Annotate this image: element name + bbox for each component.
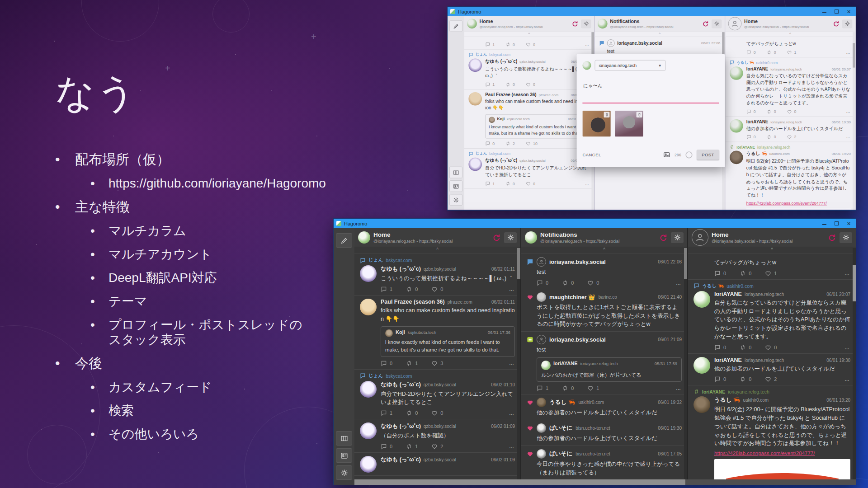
reply-count-button[interactable]: 1 <box>485 181 495 186</box>
columns-button[interactable] <box>449 167 462 178</box>
avatar[interactable] <box>537 335 546 344</box>
like-count-button[interactable]: 10 <box>526 141 538 146</box>
like-count-button[interactable]: 3 <box>431 360 443 366</box>
compose-button[interactable] <box>449 20 462 32</box>
column-settings-button[interactable] <box>842 19 852 28</box>
post[interactable]: ioriayane.bsky.social 06/01 22:06 test 0… <box>521 254 687 289</box>
column-settings-button[interactable] <box>671 232 684 243</box>
refresh-icon[interactable] <box>492 233 501 242</box>
post[interactable]: IoriAYANE ioriayane.relog.tech うるし 🦐 uak… <box>725 142 855 210</box>
more-button[interactable]: … <box>509 361 515 366</box>
reply-count-button[interactable]: 0 <box>746 109 756 114</box>
post[interactable]: てデバッグがちょっとw 0 0 1 … <box>688 254 856 280</box>
display-name[interactable]: Paul Frazee (season 36) <box>485 92 536 97</box>
post[interactable]: ばいそに bisn.ucho-ten.net 06/01 17:05 今日の仕事… <box>521 446 687 480</box>
repost-reply-indicator[interactable]: じょん bskycat.com <box>360 373 515 379</box>
avatar[interactable] <box>693 357 710 374</box>
cancel-button[interactable]: CANCEL <box>582 152 601 157</box>
repost-count-button[interactable]: 0 <box>406 286 418 292</box>
avatar[interactable] <box>360 381 377 398</box>
repost-count-button[interactable]: 0 <box>767 109 776 114</box>
post[interactable]: なゆも (っ˚ω˚c) qzbx.bsky.social 06/02 01:09 <box>354 453 520 476</box>
like-count-button[interactable]: 0 <box>431 286 443 292</box>
refresh-icon[interactable] <box>659 233 668 242</box>
columns-button[interactable] <box>336 431 352 446</box>
post[interactable]: じょん bskycat.com なゆも (っ˚ω˚c) qzbx.bsky.so… <box>464 50 594 89</box>
more-button[interactable]: … <box>846 109 851 114</box>
refresh-icon[interactable] <box>571 20 579 27</box>
reply-count-button[interactable]: 0 <box>537 280 548 286</box>
more-button[interactable]: … <box>585 181 590 186</box>
post[interactable]: うるし 🦐 uakihir0.com 06/01 19:32 他の参加者のハード… <box>521 394 687 420</box>
display-name[interactable]: なゆも (っ˚ω˚c) <box>485 158 517 164</box>
column-settings-button[interactable] <box>504 232 517 243</box>
column-scrollbar[interactable] <box>853 248 856 485</box>
post[interactable]: てデバッグがちょっとw 0 0 1 … <box>725 37 855 57</box>
more-button[interactable]: … <box>509 410 515 416</box>
more-button[interactable]: … <box>676 385 682 391</box>
scroll-top-indicator[interactable]: ^ <box>354 247 520 254</box>
window-titlebar[interactable]: Hagoromo × <box>448 7 856 16</box>
post[interactable]: maughtchiner 👑 barine.co 06/01 21:40 ポスト… <box>521 289 687 332</box>
scroll-top-indicator[interactable]: ^ <box>521 247 687 254</box>
display-name[interactable]: なゆも (っ˚ω˚c) <box>381 265 421 273</box>
avatar[interactable] <box>468 59 482 72</box>
post-button[interactable]: POST <box>697 150 719 160</box>
compose-text-input[interactable]: にゃ〜ん <box>583 82 602 89</box>
display-name[interactable]: maughtchiner 👑 <box>549 294 595 300</box>
display-name[interactable]: IoriAYANE <box>714 357 742 363</box>
avatar[interactable] <box>537 257 546 267</box>
avatar[interactable] <box>730 119 743 133</box>
reply-count-button[interactable]: 0 <box>381 443 392 450</box>
add-image-button[interactable] <box>663 151 670 158</box>
display-name[interactable]: ioriayane.bsky.social <box>549 259 606 265</box>
avatar[interactable] <box>693 396 710 413</box>
repost-count-button[interactable]: 0 <box>505 181 515 186</box>
avatar[interactable] <box>537 449 546 459</box>
post[interactable]: じょん bskycat.com なゆも (っ˚ω˚c) qzbx.bsky.so… <box>354 370 520 420</box>
minimize-button[interactable] <box>822 9 827 14</box>
repost-reply-indicator[interactable]: IoriAYANE ioriayane.relog.tech <box>693 389 850 394</box>
post[interactable]: ばいそに bisn.ucho-ten.net 06/01 19:30 他の参加者… <box>521 420 687 446</box>
display-name[interactable]: なゆも (っ˚ω˚c) <box>381 456 421 464</box>
avatar[interactable] <box>537 423 546 433</box>
remove-image-button[interactable] <box>637 112 642 117</box>
close-button[interactable]: × <box>846 9 851 14</box>
repost-reply-indicator[interactable]: じょん bskycat.com <box>468 52 590 57</box>
reply-count-button[interactable]: 0 <box>485 141 495 146</box>
repost-count-button[interactable]: 1 <box>406 360 418 366</box>
display-name[interactable]: ばいそに <box>549 424 572 432</box>
more-button[interactable]: … <box>846 50 851 55</box>
display-name[interactable]: IoriAYANE <box>746 66 769 71</box>
display-name[interactable]: なゆも (っ˚ω˚c) <box>485 59 517 65</box>
more-button[interactable]: … <box>585 42 590 47</box>
repost-count-button[interactable]: 0 <box>740 270 751 277</box>
quoted-post[interactable]: IoriAYANE ioriayane.relog.tech 05/31 17:… <box>537 357 682 382</box>
column-settings-button[interactable] <box>581 19 591 28</box>
more-button[interactable]: … <box>846 135 851 140</box>
column-header[interactable]: Notifications @ioriayane.relog.tech - ht… <box>595 16 725 32</box>
post[interactable]: Paul Frazee (season 36) pfrazee.com 06/0… <box>464 89 594 149</box>
post[interactable]: 1 0 0 … <box>464 37 594 50</box>
attached-image-2[interactable] <box>615 111 643 137</box>
maximize-button[interactable] <box>834 9 839 14</box>
window-titlebar[interactable]: Hagoromo × <box>334 219 856 228</box>
reply-count-button[interactable]: 0 <box>381 360 392 366</box>
reply-count-button[interactable]: 0 <box>714 270 726 277</box>
post[interactable]: ioriayane.bsky.social 06/01 21:09 test I… <box>521 332 687 394</box>
avatar[interactable] <box>537 292 546 302</box>
like-count-button[interactable]: 0 <box>526 181 535 186</box>
like-count-button[interactable]: 2 <box>787 135 797 140</box>
avatar[interactable] <box>360 265 377 282</box>
bullet-item[interactable]: •https://github.com/ioriayane/Hagoromo <box>89 176 325 191</box>
like-count-button[interactable]: 0 <box>765 344 777 351</box>
post[interactable]: うるし 🦐 uakihir0.com IoriAYANE ioriayane.r… <box>725 57 855 117</box>
avatar[interactable] <box>607 39 615 47</box>
column-settings-button[interactable] <box>712 19 722 28</box>
column-header[interactable]: Home @ioriayane.relog.tech - https://bsk… <box>354 228 520 247</box>
attached-image-1[interactable] <box>582 111 610 137</box>
repost-reply-indicator[interactable]: IoriAYANE ioriayane.relog.tech <box>730 145 851 149</box>
repost-count-button[interactable]: 0 <box>767 135 776 140</box>
avatar[interactable] <box>537 398 546 407</box>
post[interactable]: なゆも (っ˚ω˚c) qzbx.bsky.social 06/02 01:09… <box>354 419 520 453</box>
